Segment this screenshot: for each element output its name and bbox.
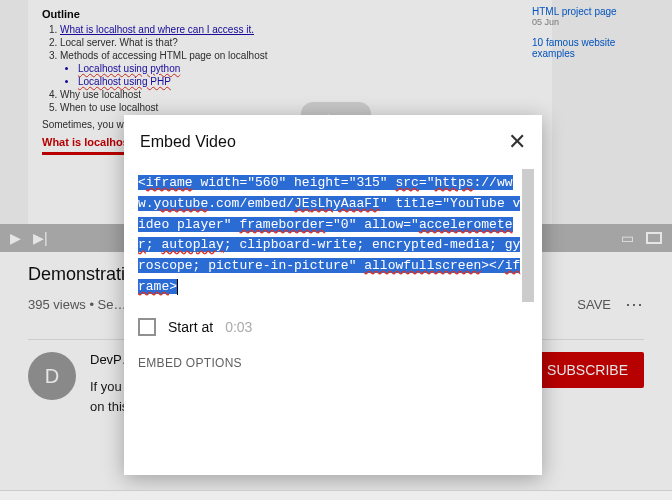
start-at-time[interactable]: 0:03 xyxy=(225,319,252,335)
modal-title: Embed Video xyxy=(140,133,236,151)
start-at-label: Start at xyxy=(168,319,213,335)
code-scrollbar[interactable] xyxy=(522,169,534,302)
horizontal-scrollbar[interactable] xyxy=(0,490,672,500)
embed-modal: Embed Video ✕ <iframe width="560" height… xyxy=(124,115,542,475)
embed-code-text[interactable]: <iframe width="560" height="315" src="ht… xyxy=(138,169,528,302)
embed-code-box[interactable]: <iframe width="560" height="315" src="ht… xyxy=(138,169,528,302)
embed-options-heading: EMBED OPTIONS xyxy=(124,352,542,384)
start-at-checkbox[interactable] xyxy=(138,318,156,336)
close-icon[interactable]: ✕ xyxy=(508,129,526,155)
